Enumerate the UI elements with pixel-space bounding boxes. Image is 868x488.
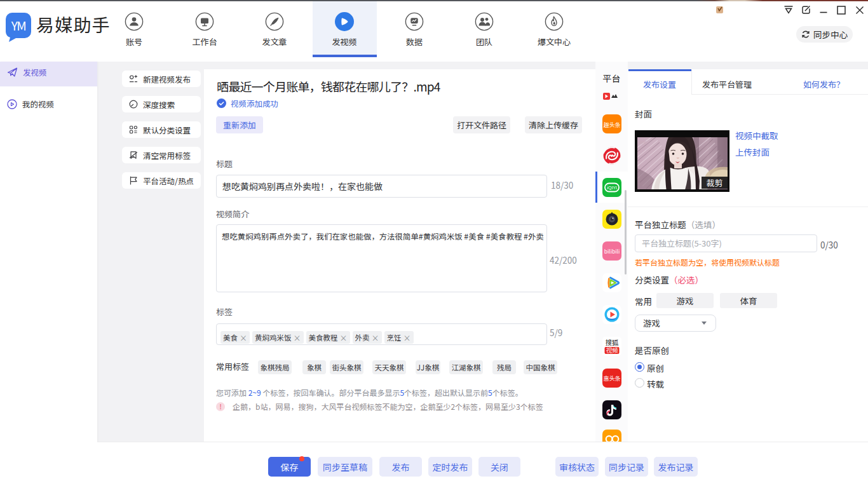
svg-text:iQIYI: iQIYI (607, 184, 617, 191)
svg-text:视频: 视频 (606, 346, 618, 355)
svg-text:趣头条: 趣头条 (603, 121, 620, 129)
svg-text:惠头条: 惠头条 (603, 374, 620, 383)
svg-text:YM: YM (11, 17, 26, 34)
svg-text:bilibili: bilibili (604, 247, 620, 255)
svg-text:快影: 快影 (639, 139, 648, 146)
